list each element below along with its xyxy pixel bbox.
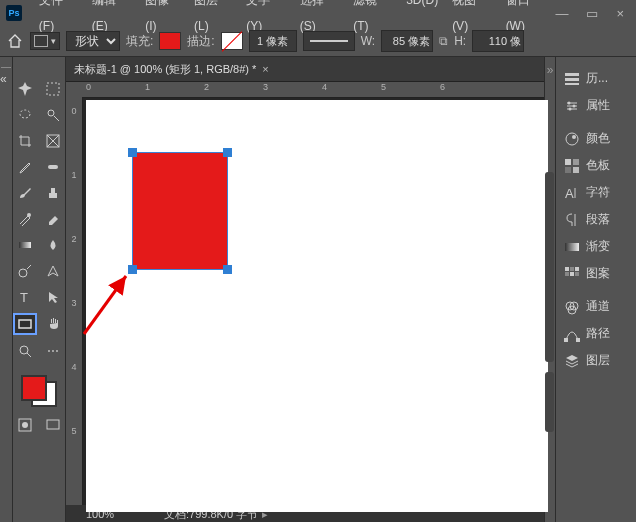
panel-color[interactable]: 颜色: [556, 125, 636, 152]
svg-point-5: [27, 213, 31, 217]
svg-rect-31: [565, 272, 569, 276]
svg-point-18: [573, 104, 576, 107]
panel-paragraph[interactable]: 段落: [556, 206, 636, 233]
rectangle-tool[interactable]: [13, 313, 37, 335]
svg-rect-37: [564, 338, 568, 342]
document-area: 未标题-1 @ 100% (矩形 1, RGB/8#) * × 012345 0…: [66, 57, 544, 522]
svg-rect-0: [47, 83, 59, 95]
svg-rect-30: [575, 267, 579, 271]
annotation-arrow-icon: [80, 270, 140, 340]
link-wh-icon[interactable]: ⧉: [439, 34, 448, 48]
vertical-scrollbar[interactable]: [545, 172, 554, 362]
svg-rect-25: [573, 167, 579, 173]
fill-color-swatch[interactable]: [159, 32, 181, 50]
eyedropper-tool[interactable]: [14, 157, 36, 177]
svg-text:T: T: [20, 290, 28, 304]
blur-tool[interactable]: [42, 235, 64, 255]
dodge-tool[interactable]: [14, 261, 36, 281]
canvas[interactable]: [86, 100, 548, 512]
svg-rect-9: [19, 320, 31, 328]
panel-properties[interactable]: 属性: [556, 92, 636, 119]
svg-point-12: [22, 422, 28, 428]
transform-handle-tl[interactable]: [128, 148, 137, 157]
brush-tool[interactable]: [14, 183, 36, 203]
gradient-tool[interactable]: [14, 235, 36, 255]
window-maximize-icon[interactable]: ▭: [586, 6, 598, 21]
lasso-tool[interactable]: [14, 105, 36, 125]
panel-history[interactable]: 历...: [556, 65, 636, 92]
svg-rect-6: [19, 242, 31, 248]
width-label: W:: [361, 34, 375, 48]
document-tab-bar: 未标题-1 @ 100% (矩形 1, RGB/8#) * ×: [66, 57, 544, 82]
crop-tool[interactable]: [14, 131, 36, 151]
marquee-tool[interactable]: [42, 79, 64, 99]
move-tool[interactable]: [14, 79, 36, 99]
healing-tool[interactable]: [42, 157, 64, 177]
svg-rect-13: [47, 420, 59, 429]
panel-gradient[interactable]: 渐变: [556, 233, 636, 260]
shape-preset-button[interactable]: ▾: [30, 32, 60, 50]
svg-rect-27: [565, 243, 579, 251]
edit-toolbar-button[interactable]: ⋯: [42, 341, 64, 361]
svg-point-35: [570, 302, 578, 310]
stroke-type-select[interactable]: [303, 31, 355, 51]
svg-rect-22: [565, 159, 571, 165]
vertical-ruler: 012345: [66, 82, 83, 505]
foreground-color[interactable]: [21, 375, 47, 401]
vertical-scrollbar[interactable]: [545, 372, 554, 432]
quickmask-button[interactable]: [14, 415, 36, 435]
panel-channels[interactable]: 通道: [556, 293, 636, 320]
history-brush-tool[interactable]: [14, 209, 36, 229]
svg-rect-33: [575, 272, 579, 276]
svg-point-10: [20, 346, 28, 354]
window-minimize-icon[interactable]: —: [555, 6, 568, 21]
svg-rect-16: [565, 83, 579, 85]
selected-rectangle-shape[interactable]: [132, 152, 228, 270]
panel-layers[interactable]: 图层: [556, 347, 636, 374]
svg-point-7: [19, 269, 27, 277]
quick-select-tool[interactable]: [42, 105, 64, 125]
pen-tool[interactable]: [42, 261, 64, 281]
transform-handle-tr[interactable]: [223, 148, 232, 157]
svg-rect-3: [47, 135, 59, 147]
height-input[interactable]: [472, 30, 524, 52]
tab-close-icon[interactable]: ×: [262, 63, 268, 75]
svg-rect-14: [565, 73, 579, 76]
toolbox: T ⋯: [13, 57, 66, 522]
window-close-icon[interactable]: ×: [616, 6, 624, 21]
hand-tool[interactable]: [43, 313, 65, 333]
path-select-tool[interactable]: [42, 287, 64, 307]
tool-mode-select[interactable]: 形状: [66, 31, 120, 51]
stroke-color-swatch[interactable]: [221, 32, 243, 50]
home-icon[interactable]: [6, 32, 24, 50]
screenmode-button[interactable]: [42, 415, 64, 435]
stroke-width-input[interactable]: [249, 30, 297, 52]
svg-point-34: [566, 302, 574, 310]
svg-rect-32: [570, 272, 574, 276]
width-input[interactable]: [381, 30, 433, 52]
panel-swatches[interactable]: 色板: [556, 152, 636, 179]
svg-point-20: [566, 133, 578, 145]
panel-pattern[interactable]: 图案: [556, 260, 636, 287]
transform-handle-bl[interactable]: [128, 265, 137, 274]
menu-bar: Ps 文件(F) 编辑(E) 图像(I) 图层(L) 文字(Y) 选择(S) 滤…: [0, 0, 636, 26]
stroke-label: 描边:: [187, 33, 214, 50]
svg-point-36: [568, 306, 576, 314]
zoom-tool[interactable]: [14, 341, 36, 361]
frame-tool[interactable]: [42, 131, 64, 151]
svg-point-19: [569, 107, 572, 110]
transform-handle-br[interactable]: [223, 265, 232, 274]
panel-paths[interactable]: 路径: [556, 320, 636, 347]
svg-point-21: [572, 135, 576, 139]
toolbox-collapse-strip[interactable]: «: [0, 57, 13, 522]
type-tool[interactable]: T: [14, 287, 36, 307]
stamp-tool[interactable]: [42, 183, 64, 203]
document-tab[interactable]: 未标题-1 @ 100% (矩形 1, RGB/8#) *: [74, 62, 256, 77]
height-label: H:: [454, 34, 466, 48]
panel-character[interactable]: A字符: [556, 179, 636, 206]
color-picker[interactable]: [21, 375, 57, 407]
svg-rect-38: [576, 338, 580, 342]
app-icon: Ps: [6, 5, 22, 21]
panels-dock: 历... 属性 颜色 色板 A字符 段落 渐变 图案 通道 路径 图层: [555, 57, 636, 522]
eraser-tool[interactable]: [42, 209, 64, 229]
